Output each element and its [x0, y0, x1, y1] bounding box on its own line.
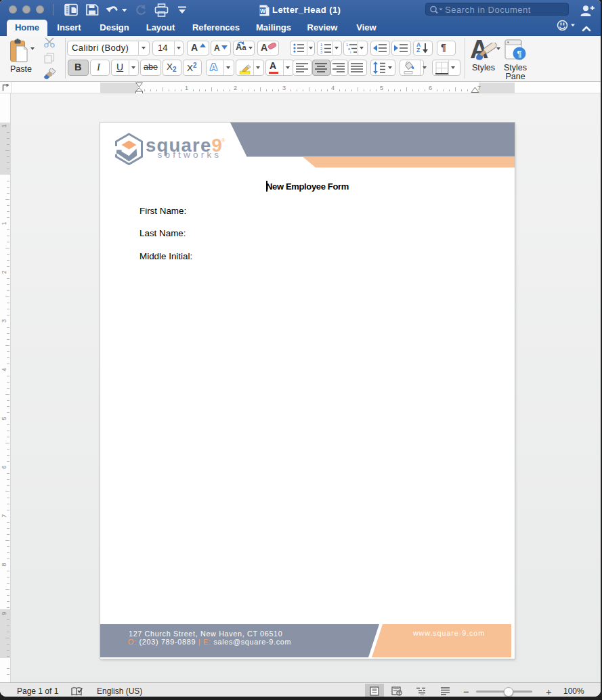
svg-text:W: W	[260, 7, 266, 14]
svg-text:3: 3	[320, 50, 322, 53]
svg-text:i: i	[350, 50, 351, 53]
svg-text:¶: ¶	[517, 49, 522, 59]
